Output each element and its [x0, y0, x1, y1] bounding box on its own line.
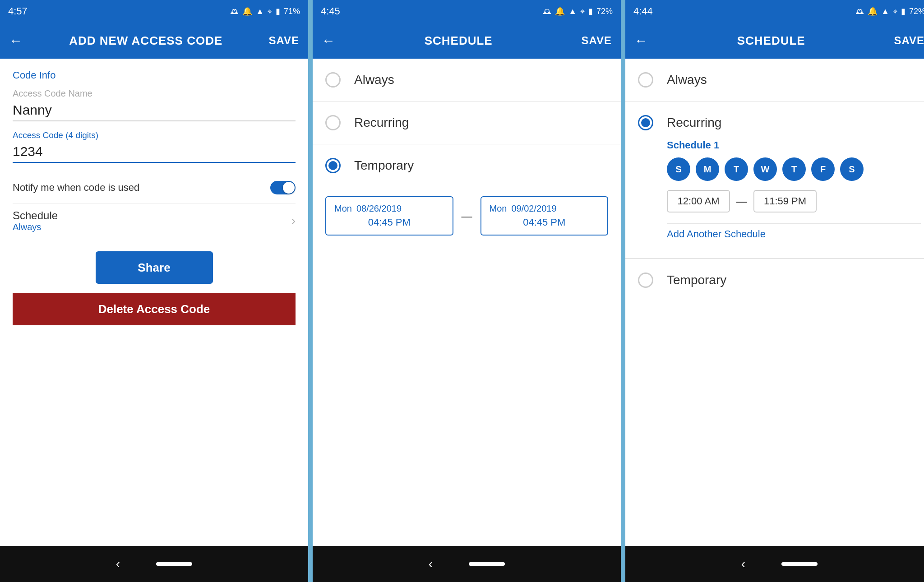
recurring-radio-3[interactable] [638, 115, 653, 130]
schedule-chevron-icon: › [291, 214, 296, 228]
nav-home-bar-1[interactable] [156, 562, 192, 566]
day-M[interactable]: M [696, 157, 719, 181]
status-bar-1: 4:57 🕰 🔔 ▲ ⌖ ▮ 71% [0, 0, 308, 23]
status-icons-2: 🕰 🔔 ▲ ⌖ ▮ 72% [543, 6, 613, 16]
screen1-panel: 4:57 🕰 🔔 ▲ ⌖ ▮ 71% ← ADD NEW ACCESS CODE… [0, 0, 308, 582]
temporary-label-3: Temporary [667, 273, 726, 287]
save-button-3[interactable]: SAVE [894, 34, 924, 47]
day-F[interactable]: F [811, 157, 835, 181]
start-date-box[interactable]: Mon 08/26/2019 04:45 PM [325, 196, 453, 236]
status-bar-3: 4:44 🕰 🔔 ▲ ⌖ ▮ 72% [625, 0, 924, 23]
end-date-box[interactable]: Mon 09/02/2019 04:45 PM [480, 196, 609, 236]
end-date: 09/02/2019 [511, 203, 556, 214]
status-time-2: 4:45 [321, 5, 340, 17]
app-bar-3: ← SCHEDULE SAVE [625, 23, 924, 59]
save-button-2[interactable]: SAVE [581, 34, 612, 47]
day-S1[interactable]: S [667, 157, 690, 181]
start-date-line: Mon 08/26/2019 [334, 203, 444, 214]
always-radio-3[interactable] [638, 72, 653, 88]
end-time: 04:45 PM [490, 217, 600, 228]
time-range-dash: — [736, 195, 747, 208]
notify-label: Notify me when code is used [13, 182, 139, 194]
battery-pct-3: 72% [909, 7, 924, 16]
battery-icon-2: ▮ [588, 6, 593, 16]
status-icons-1: 🕰 🔔 ▲ ⌖ ▮ 71% [231, 6, 300, 16]
screen3-panel: 4:44 🕰 🔔 ▲ ⌖ ▮ 72% ← SCHEDULE SAVE Alway… [625, 0, 924, 582]
toggle-knob [283, 182, 295, 194]
app-bar-1: ← ADD NEW ACCESS CODE SAVE [0, 23, 308, 59]
recurring-radio-2[interactable] [325, 115, 341, 130]
status-bar-2: 4:45 🕰 🔔 ▲ ⌖ ▮ 72% [313, 0, 621, 23]
schedule-info: Schedule Always [13, 209, 58, 232]
code-info-label: Code Info [13, 69, 296, 81]
nav-home-bar-3[interactable] [781, 562, 818, 566]
nav-home-bar-2[interactable] [469, 562, 505, 566]
screen2-panel: 4:45 🕰 🔔 ▲ ⌖ ▮ 72% ← SCHEDULE SAVE Alway… [313, 0, 621, 582]
end-day: Mon [490, 203, 507, 214]
recurring-label-2: Recurring [354, 115, 409, 130]
battery-icon-1: ▮ [276, 6, 280, 16]
notify-row: Notify me when code is used [13, 181, 296, 194]
screen3-content: Always Recurring Schedule 1 S M T W T F … [625, 59, 924, 546]
status-icons-3: 🕰 🔔 ▲ ⌖ ▮ 72% [856, 6, 924, 16]
status-time-1: 4:57 [8, 5, 28, 17]
back-button-2[interactable]: ← [322, 33, 336, 48]
temporary-radio-3[interactable] [638, 273, 653, 288]
access-code-name-input[interactable] [13, 101, 296, 121]
always-radio-2[interactable] [325, 72, 341, 88]
alarm-icon-2: 🕰 [543, 7, 551, 16]
always-label-3: Always [667, 73, 707, 87]
signal-icon-1: ▲ [256, 7, 264, 16]
vibrate-icon-3: 🔔 [868, 6, 878, 16]
time-range-row: 12:00 AM — 11:59 PM [667, 190, 921, 212]
status-time-3: 4:44 [633, 5, 653, 17]
start-date: 08/26/2019 [356, 203, 402, 214]
bottom-nav-2: ‹ [313, 546, 621, 582]
nav-back-icon-1[interactable]: ‹ [116, 557, 120, 571]
schedule-divider [667, 223, 921, 224]
always-option-3[interactable]: Always [625, 59, 924, 102]
temporary-radio-2[interactable] [325, 158, 341, 173]
temporary-option-2[interactable]: Temporary [313, 144, 621, 187]
start-time: 04:45 PM [334, 217, 444, 228]
date-range-row: Mon 08/26/2019 04:45 PM — Mon 09/02/2019… [325, 196, 608, 236]
vibrate-icon-2: 🔔 [555, 6, 565, 16]
nav-back-icon-3[interactable]: ‹ [741, 557, 745, 571]
wifi-icon-2: ⌖ [580, 7, 585, 16]
delete-button[interactable]: Delete Access Code [13, 293, 296, 325]
screen2-content: Always Recurring Temporary Mon 08/26/201… [313, 59, 621, 546]
end-time-box[interactable]: 11:59 PM [753, 190, 817, 212]
recurring-option-3[interactable]: Recurring Schedule 1 S M T W T F S 12:00… [625, 102, 924, 259]
screen1-content: Code Info Access Code Name Access Code (… [0, 59, 308, 546]
back-button-1[interactable]: ← [9, 33, 23, 48]
share-button[interactable]: Share [96, 251, 213, 284]
add-schedule-link[interactable]: Add Another Schedule [667, 228, 921, 240]
days-row: S M T W T F S [667, 157, 921, 181]
nav-back-icon-2[interactable]: ‹ [429, 557, 433, 571]
day-T1[interactable]: T [725, 157, 748, 181]
notify-toggle[interactable] [270, 181, 296, 194]
day-S2[interactable]: S [840, 157, 864, 181]
code-digits-label: Access Code (4 digits) [13, 130, 296, 140]
day-T2[interactable]: T [782, 157, 806, 181]
back-button-3[interactable]: ← [634, 33, 648, 48]
sep-2 [621, 0, 625, 582]
day-W[interactable]: W [753, 157, 777, 181]
start-time-box[interactable]: 12:00 AM [667, 190, 730, 212]
end-date-line: Mon 09/02/2019 [490, 203, 600, 214]
temporary-option-3[interactable]: Temporary [625, 259, 924, 301]
access-code-input[interactable] [13, 142, 296, 163]
bottom-nav-1: ‹ [0, 546, 308, 582]
alarm-icon-3: 🕰 [856, 7, 864, 16]
temporary-label-2: Temporary [354, 158, 414, 173]
schedule-value: Always [13, 222, 58, 232]
always-option-2[interactable]: Always [313, 59, 621, 102]
recurring-option-2[interactable]: Recurring [313, 102, 621, 144]
schedule-row[interactable]: Schedule Always › [13, 203, 296, 238]
wifi-icon-3: ⌖ [893, 7, 897, 16]
screen2-title: SCHEDULE [336, 34, 581, 48]
bottom-nav-3: ‹ [625, 546, 924, 582]
recurring-label-3: Recurring [667, 115, 721, 130]
save-button-1[interactable]: SAVE [268, 34, 299, 47]
signal-icon-3: ▲ [881, 7, 889, 16]
